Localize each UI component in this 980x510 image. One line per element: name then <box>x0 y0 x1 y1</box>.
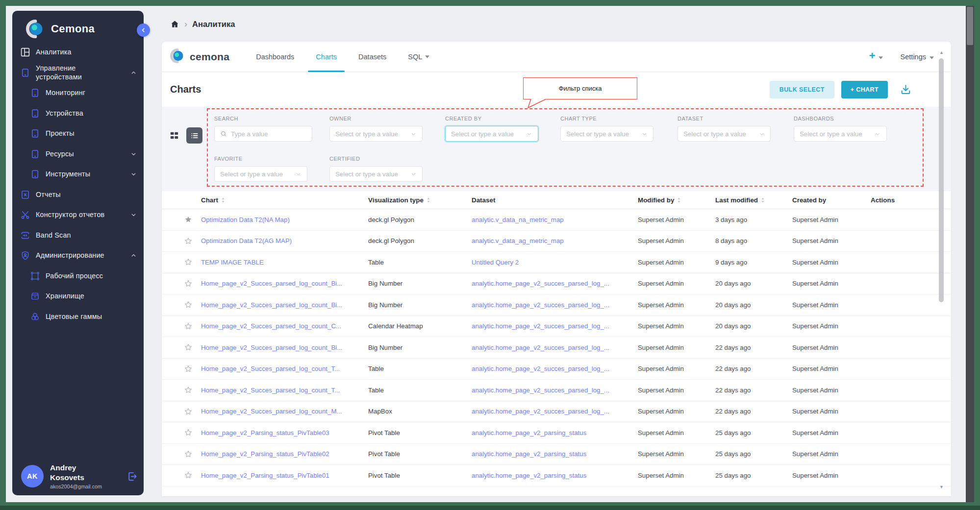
favorite-star-icon[interactable] <box>184 450 193 459</box>
favorite-star-icon[interactable] <box>184 258 193 267</box>
chart-name-link[interactable]: Home_page_v2_Succes_parsed_log_count_T..… <box>201 365 340 372</box>
chart-name-link[interactable]: Home_page_v2_Succes_parsed_log_count_Bi.… <box>201 301 342 309</box>
column-header-chart[interactable]: Chart <box>201 196 368 204</box>
modified-by-cell: Superset Admin <box>638 280 715 287</box>
sidebar-item-projects[interactable]: Проекты <box>12 123 144 144</box>
tab-dashboards[interactable]: Dashboards <box>255 42 295 72</box>
home-icon[interactable] <box>170 20 179 29</box>
select-input[interactable]: Select or type a value <box>329 126 423 142</box>
sort-icon[interactable] <box>221 197 225 203</box>
dataset-link[interactable]: analytic.home_page_v2_succes_parsed_log_… <box>472 365 609 372</box>
add-new-button[interactable]: + <box>869 52 883 61</box>
bulk-select-button[interactable]: BULK SELECT <box>770 81 834 98</box>
sidebar-item-report-builder[interactable]: Конструктор отчетов <box>12 205 144 225</box>
logout-icon[interactable] <box>126 471 138 482</box>
favorite-star-icon[interactable] <box>184 237 193 245</box>
list-view-icon[interactable] <box>186 127 202 144</box>
column-header-visualization-type[interactable]: Visualization type <box>368 196 472 204</box>
select-input[interactable]: Select or type a value <box>329 166 423 182</box>
sidebar-collapse-button[interactable] <box>137 24 150 37</box>
settings-menu[interactable]: Settings <box>901 53 934 61</box>
favorite-star-icon[interactable] <box>184 279 193 288</box>
content-scrollbar[interactable]: ▲ ▼ <box>939 50 944 490</box>
sidebar-item-administration[interactable]: Администрирование <box>12 245 144 266</box>
dataset-link[interactable]: analytic.home_page_v2_parsing_status <box>472 450 586 458</box>
chart-name-link[interactable]: Home_page_v2_Parsing_status_PivTable02 <box>201 450 329 458</box>
tab-sql[interactable]: SQL <box>407 42 430 72</box>
dataset-link[interactable]: analytic.home_page_v2_succes_parsed_log_… <box>472 322 609 330</box>
chart-name-link[interactable]: Home_page_v2_Succes_parsed_log_count_Bi.… <box>201 280 342 287</box>
dataset-link[interactable]: analytic.v_data_na_metric_map <box>472 216 564 223</box>
favorite-star-icon[interactable] <box>184 343 193 352</box>
dataset-link[interactable]: analytic.home_page_v2_parsing_status <box>472 429 586 437</box>
chart-name-link[interactable]: Home_page_v2_Succes_parsed_log_count_Bi.… <box>201 344 342 351</box>
column-header-modified-by[interactable]: Modified by <box>638 196 715 204</box>
dataset-link[interactable]: analytic.home_page_v2_succes_parsed_log_… <box>472 280 609 287</box>
user-panel[interactable]: AK Andrey Kosovets akos2004@gmail.com <box>21 463 138 489</box>
sidebar-item-reports[interactable]: Отчеты <box>12 185 144 205</box>
browser-scrollbar[interactable] <box>966 6 974 502</box>
favorite-star-icon[interactable] <box>184 364 193 373</box>
sort-icon[interactable] <box>761 197 765 203</box>
sort-icon[interactable] <box>427 197 430 203</box>
sidebar-item-band-scan[interactable]: Band Scan <box>12 225 144 246</box>
sidebar-item-devices[interactable]: Устройства <box>12 103 144 124</box>
sort-icon[interactable] <box>677 197 681 203</box>
dataset-link[interactable]: analytic.home_page_v2_succes_parsed_log_… <box>472 344 609 351</box>
chart-name-link[interactable]: Optimization Data T2(NA Map) <box>201 216 290 223</box>
chart-name-link[interactable]: Home_page_v2_Succes_parsed_log_count_C..… <box>201 322 341 330</box>
dataset-link[interactable]: analytic.home_page_v2_succes_parsed_log_… <box>472 301 609 309</box>
favorite-star-icon[interactable] <box>184 428 193 437</box>
favorite-star-icon[interactable] <box>184 322 193 331</box>
chart-name-link[interactable]: Home_page_v2_Parsing_status_PivTable01 <box>201 472 329 479</box>
favorite-star-icon[interactable] <box>184 386 193 394</box>
chart-name-link[interactable]: TEMP IMAGE TABLE <box>201 259 264 266</box>
select-input[interactable]: Select or type a value <box>794 126 887 142</box>
select-input[interactable]: Select or type a value <box>445 126 538 142</box>
tab-charts[interactable]: Charts <box>315 42 338 72</box>
browser-scrollbar-thumb[interactable] <box>967 7 973 45</box>
breadcrumb-section[interactable]: Аналитика <box>192 20 235 29</box>
dataset-link[interactable]: analytic.v_data_ag_metric_map <box>472 237 564 244</box>
sidebar-item-storage[interactable]: Хранилище <box>12 286 144 307</box>
sidebar-item-workflow[interactable]: Рабочий процесс <box>12 266 144 287</box>
grid-view-icon[interactable] <box>169 130 180 141</box>
favorite-star-icon[interactable] <box>184 471 193 480</box>
favorite-star-icon[interactable] <box>184 300 193 309</box>
scroll-down-icon[interactable]: ▼ <box>939 485 944 489</box>
dataset-link[interactable]: Untitled Query 2 <box>472 259 519 266</box>
favorite-star-icon[interactable] <box>184 407 193 416</box>
chart-name-link[interactable]: Home_page_v2_Succes_parsed_log_count_M..… <box>201 408 342 415</box>
select-input[interactable]: Select or type a value <box>678 126 771 142</box>
column-header-last-modified[interactable]: Last modified <box>715 196 792 204</box>
dataset-link[interactable]: analytic.home_page_v2_parsing_status <box>472 472 586 479</box>
select-input[interactable]: Select or type a value <box>214 166 307 182</box>
add-chart-button[interactable]: + CHART <box>841 81 888 98</box>
chart-name-link[interactable]: Optimization Data T2(AG MAP) <box>201 237 292 244</box>
annotation-callout: Фильтр списка <box>523 77 637 99</box>
favorite-star-icon[interactable] <box>184 215 193 224</box>
chart-name-link[interactable]: Home_page_v2_Parsing_status_PivTable03 <box>201 429 329 437</box>
placeholder-text: Select or type a value <box>335 130 407 138</box>
header-brand-name: cemona <box>190 51 229 63</box>
sidebar-item-color-schemes[interactable]: Цветовые гаммы <box>12 307 144 327</box>
user-name: Andrey Kosovets <box>50 463 108 482</box>
sidebar-item-resources[interactable]: Ресурсы <box>12 144 144 165</box>
sidebar-item-monitoring[interactable]: Мониторинг <box>12 83 144 103</box>
palette-icon <box>29 311 40 322</box>
dataset-link[interactable]: analytic.home_page_v2_succes_parsed_log_… <box>472 408 609 415</box>
sidebar-item-device-management[interactable]: Управление устройствами <box>12 63 144 83</box>
dataset-link[interactable]: analytic.home_page_v2_succes_parsed_log_… <box>472 387 609 394</box>
scroll-up-icon[interactable]: ▲ <box>939 50 944 55</box>
tab-datasets[interactable]: Datasets <box>357 42 387 72</box>
chart-name-link[interactable]: Home_page_v2_Succes_parsed_log_count_T..… <box>201 387 340 394</box>
search-input[interactable]: Type a value <box>214 126 312 142</box>
download-icon[interactable] <box>900 83 912 96</box>
sidebar-item-tools[interactable]: Инструменты <box>12 164 144 185</box>
created-by-cell: Superset Admin <box>792 259 871 266</box>
select-input[interactable]: Select or type a value <box>560 126 653 142</box>
sidebar-item-analytics[interactable]: Аналитика <box>12 42 144 63</box>
report-icon <box>20 189 30 200</box>
scrollbar-thumb[interactable] <box>939 58 944 302</box>
column-header-created-by: Created by <box>792 196 871 204</box>
